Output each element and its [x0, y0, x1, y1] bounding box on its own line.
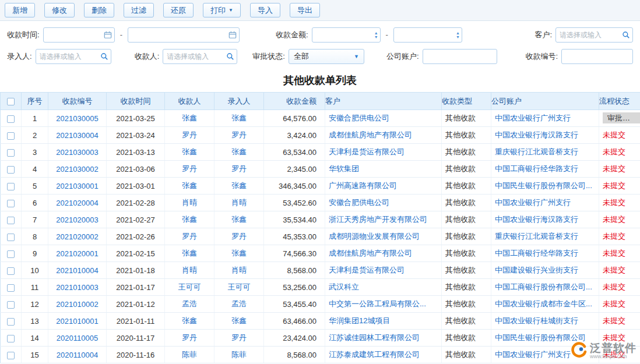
customer-link[interactable]: 浙江天秀房地产开发有限公司 [325, 211, 442, 228]
column-header[interactable]: 序号 [22, 93, 48, 110]
receipt-no-link[interactable]: 2021010001 [48, 313, 107, 330]
table-row[interactable]: 520210300012021-03-01张鑫张鑫346,345.00广州高速路… [1, 178, 640, 195]
payee-link[interactable]: 张鑫 [165, 144, 214, 161]
row-checkbox[interactable] [7, 352, 15, 359]
table-row[interactable]: 420210300022021-03-06罗丹罗丹2,345.00华软集团其他收… [1, 161, 640, 178]
row-select-cell[interactable] [1, 313, 22, 330]
account-link[interactable]: 中国农业银行广州支行 [491, 195, 599, 211]
payee-link[interactable]: 肖晴 [165, 262, 214, 279]
entry-person-link[interactable]: 张鑫 [214, 245, 264, 262]
row-select-cell[interactable] [1, 347, 22, 363]
entry-person-link[interactable]: 王可可 [214, 279, 264, 296]
customer-link[interactable]: 华软集团 [325, 161, 442, 178]
search-icon[interactable] [100, 52, 108, 61]
customer-link[interactable]: 华润集团12城项目 [325, 313, 442, 330]
row-checkbox[interactable] [7, 217, 15, 224]
table-row[interactable]: 1520201100042020-11-16陈菲陈菲8,568.00江苏泰成建筑… [1, 347, 640, 363]
step-down-icon[interactable]: ▼ [374, 35, 378, 39]
company-account-input[interactable] [423, 49, 497, 64]
receipt-no-link[interactable]: 2021020001 [48, 245, 107, 262]
entry-person-link[interactable]: 罗丹 [214, 330, 264, 347]
column-header[interactable]: 公司账户 [491, 93, 599, 110]
account-link[interactable]: 中国工商银行经华路支行 [491, 161, 599, 178]
row-checkbox[interactable] [7, 318, 15, 326]
table-row[interactable]: 1320210100012021-01-11张鑫张鑫63,466.00华润集团1… [1, 313, 640, 330]
row-checkbox[interactable] [7, 250, 15, 258]
receipt-amount-to-input[interactable] [393, 27, 462, 43]
account-link[interactable]: 中国农业银行海汉路支行 [491, 127, 599, 144]
customer-link[interactable]: 天津利是货运有限公司 [325, 262, 442, 279]
account-link[interactable]: 中国工商银行股份有限公司... [491, 279, 599, 296]
payee-link[interactable]: 孟浩 [165, 296, 214, 313]
receipt-no-link[interactable]: 2021010002 [48, 296, 107, 313]
row-select-cell[interactable] [1, 279, 22, 296]
column-header[interactable]: 收款类型 [442, 93, 491, 110]
entry-person-link[interactable]: 张鑫 [214, 211, 264, 228]
table-row[interactable]: 920210200012021-02-15张鑫张鑫74,566.30成都佳航房地… [1, 245, 640, 262]
row-checkbox[interactable] [7, 267, 15, 275]
number-stepper[interactable]: ▲▼ [456, 31, 460, 39]
row-checkbox[interactable] [7, 234, 15, 241]
table-row[interactable]: 1020210100042021-01-18肖晴肖晴8,568.00天津利是货运… [1, 262, 640, 279]
entry-person-link[interactable]: 张鑫 [214, 144, 264, 161]
import-button[interactable]: 导入 [250, 3, 280, 17]
row-checkbox[interactable] [7, 166, 15, 174]
entry-person-link[interactable]: 肖晴 [214, 195, 264, 211]
receipt-no-link[interactable]: 2021030003 [48, 144, 107, 161]
receipt-no-link[interactable]: 2021020003 [48, 211, 107, 228]
table-row[interactable]: 1420201100052020-11-17罗丹罗丹23,424.00江苏诚佳园… [1, 330, 640, 347]
row-select-cell[interactable] [1, 262, 22, 279]
number-stepper[interactable]: ▲▼ [374, 31, 378, 39]
row-checkbox[interactable] [7, 200, 15, 207]
payee-link[interactable]: 张鑫 [165, 313, 214, 330]
payee-link[interactable]: 王可可 [165, 279, 214, 296]
account-link[interactable]: 中国农业银行广州支行 [491, 110, 599, 127]
payee-link[interactable]: 张鑫 [165, 110, 214, 127]
receipt-no-link[interactable]: 2021020002 [48, 228, 107, 245]
export-button[interactable]: 导出 [290, 3, 320, 17]
column-header[interactable]: 收款编号 [48, 93, 107, 110]
column-header[interactable]: 录入人 [214, 93, 264, 110]
table-row[interactable]: 220210300042021-03-24罗丹罗丹3,424.00成都佳航房地产… [1, 127, 640, 144]
row-select-cell[interactable] [1, 110, 22, 127]
column-header[interactable]: 客户 [325, 93, 442, 110]
customer-link[interactable]: 成都明源物业发展有限公司 [325, 228, 442, 245]
approval-status-select[interactable]: 全部 ▼ [289, 49, 364, 64]
account-link[interactable]: 中国农业银行桂城街支行 [491, 313, 599, 330]
row-select-cell[interactable] [1, 195, 22, 211]
row-checkbox[interactable] [7, 115, 15, 123]
print-button[interactable]: 打印▼ [203, 3, 241, 17]
receipt-no-link[interactable]: 2021030001 [48, 178, 107, 195]
entry-person-link[interactable]: 陈菲 [214, 347, 264, 363]
receipt-no-link[interactable]: 2021010004 [48, 262, 107, 279]
column-header[interactable]: 流程状态 [599, 93, 640, 110]
row-checkbox[interactable] [7, 149, 15, 157]
customer-link[interactable]: 武汉科立 [325, 279, 442, 296]
edit-button[interactable]: 修改 [44, 3, 75, 17]
receipt-no-link[interactable]: 2021030002 [48, 161, 107, 178]
table-row[interactable]: 720210200032021-02-27张鑫张鑫35,534.40浙江天秀房地… [1, 211, 640, 228]
table-row[interactable]: 1220210100022021-01-12孟浩孟浩53,455.40中交第一公… [1, 296, 640, 313]
row-checkbox[interactable] [7, 335, 15, 342]
customer-link[interactable]: 成都佳航房地产有限公司 [325, 127, 442, 144]
account-link[interactable]: 中国建设银行兴业街支行 [491, 262, 599, 279]
entry-person-link[interactable]: 罗丹 [214, 161, 264, 178]
row-select-cell[interactable] [1, 127, 22, 144]
account-link[interactable]: 重庆银行江北观音桥支行 [491, 228, 599, 245]
select-all-header[interactable] [1, 93, 22, 110]
row-checkbox[interactable] [7, 284, 15, 292]
receipt-no-link[interactable]: 2021020004 [48, 195, 107, 211]
table-row[interactable]: 620210200042021-02-28肖晴肖晴53,452.60安徽合肥供电… [1, 195, 640, 211]
entry-person-link[interactable]: 张鑫 [214, 110, 264, 127]
customer-link[interactable]: 天津利是货运有限公司 [325, 144, 442, 161]
customer-link[interactable]: 成都佳航房地产有限公司 [325, 245, 442, 262]
customer-link[interactable]: 安徽合肥供电公司 [325, 110, 442, 127]
select-all-checkbox[interactable] [7, 98, 15, 105]
receipt-no-link[interactable]: 2021030004 [48, 127, 107, 144]
new-button[interactable]: 新增 [5, 3, 35, 17]
step-up-icon[interactable]: ▲ [456, 31, 460, 35]
payee-link[interactable]: 罗丹 [165, 127, 214, 144]
search-icon[interactable] [622, 31, 630, 39]
receipt-time-to-input[interactable] [128, 27, 240, 43]
row-select-cell[interactable] [1, 144, 22, 161]
